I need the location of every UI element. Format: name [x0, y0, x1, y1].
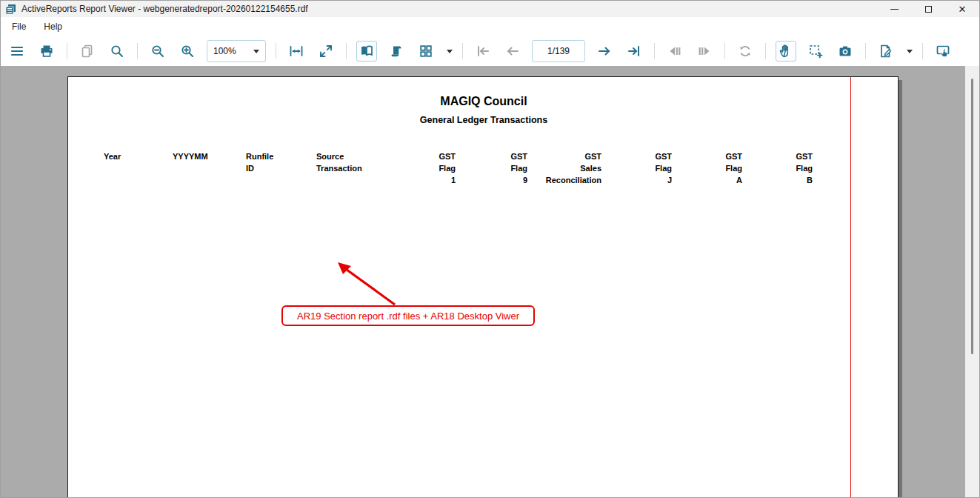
zoom-out-icon	[150, 44, 165, 59]
title-bar: ActiveReports Report Viewer - webgenerat…	[1, 1, 979, 17]
page-indicator: 1/139	[547, 46, 570, 56]
column-header-year: Year	[104, 150, 121, 162]
toolbar-separator	[462, 43, 463, 59]
fit-page-icon	[319, 44, 333, 59]
zoom-in-icon	[180, 44, 195, 59]
fit-page-button[interactable]	[316, 41, 336, 62]
vertical-scrollbar[interactable]	[965, 66, 979, 498]
toolbar-separator	[276, 43, 276, 59]
first-page-button[interactable]	[473, 41, 493, 62]
toolbar-separator	[67, 43, 67, 59]
minimize-button[interactable]	[877, 1, 911, 17]
hand-pan-icon	[779, 44, 793, 59]
toolbar: 100% 1/139	[1, 36, 979, 66]
single-page-view-button[interactable]	[356, 41, 377, 62]
toolbar-separator	[865, 43, 866, 59]
touch-mode-button[interactable]	[933, 41, 953, 62]
previous-view-icon	[667, 44, 682, 59]
toolbar-separator	[346, 43, 347, 59]
column-header-runfile-id: Runfile ID	[246, 150, 273, 174]
column-header-gst-sales-reconciliation: GST Sales Reconciliation	[520, 150, 601, 186]
last-page-icon	[627, 44, 641, 59]
next-view-icon	[697, 44, 712, 59]
report-page: MAGIQ Council General Ledger Transaction…	[67, 76, 899, 498]
close-icon: ✕	[959, 4, 967, 14]
zoom-level-value: 100%	[213, 46, 236, 56]
continuous-view-icon	[389, 44, 404, 59]
next-page-button[interactable]	[594, 41, 615, 62]
single-page-view-icon	[359, 44, 374, 59]
fit-width-icon	[289, 44, 304, 59]
zoom-level-select[interactable]: 100%	[207, 40, 266, 62]
document-area: MAGIQ Council General Ledger Transaction…	[1, 66, 979, 498]
next-page-icon	[597, 44, 612, 59]
column-header-gst-flag-j: GST Flag J	[605, 150, 672, 186]
previous-page-button[interactable]	[502, 41, 523, 62]
maximize-button[interactable]	[911, 1, 945, 17]
page-number-input[interactable]: 1/139	[532, 40, 585, 62]
column-header-gst-flag-9: GST Flag 9	[461, 150, 527, 186]
annotation-arrow	[68, 77, 439, 314]
first-page-icon	[476, 44, 490, 59]
annotations-dropdown-caret-icon[interactable]	[907, 50, 913, 53]
menu-help[interactable]: Help	[44, 21, 62, 32]
maximize-icon	[925, 6, 932, 13]
app-window: ActiveReports Report Viewer - webgenerat…	[0, 0, 980, 498]
continuous-view-button[interactable]	[386, 41, 407, 62]
menu-bar: File Help	[1, 17, 979, 36]
refresh-icon	[738, 44, 753, 59]
selection-tool-icon	[808, 44, 823, 59]
annotation-callout: AR19 Section report .rdf files + AR18 De…	[281, 305, 535, 326]
annotations-button[interactable]	[876, 41, 896, 62]
print-button[interactable]	[36, 41, 57, 62]
pan-tool-button[interactable]	[776, 41, 796, 62]
column-header-source-transaction: Source Transaction	[316, 150, 362, 174]
fit-width-button[interactable]	[286, 41, 307, 62]
previous-view-button[interactable]	[664, 41, 685, 62]
window-title: ActiveReports Report Viewer - webgenerat…	[21, 4, 308, 14]
zoom-out-button[interactable]	[147, 41, 168, 62]
report-subtitle: General Ledger Transactions	[68, 115, 899, 125]
menu-file[interactable]: File	[12, 21, 26, 32]
next-view-button[interactable]	[694, 41, 715, 62]
chevron-down-icon	[253, 50, 259, 53]
hamburger-menu-icon	[10, 44, 24, 59]
refresh-button[interactable]	[735, 41, 756, 62]
multipage-view-button[interactable]	[416, 41, 436, 62]
app-icon	[5, 4, 16, 15]
printer-icon	[39, 44, 54, 59]
toolbar-separator	[654, 43, 655, 59]
annotation-text: AR19 Section report .rdf files + AR18 De…	[297, 311, 519, 322]
sidebar-toggle-button[interactable]	[7, 41, 27, 62]
scrollbar-thumb[interactable]	[971, 79, 973, 354]
toolbar-separator	[724, 43, 725, 59]
touch-mode-icon	[936, 44, 950, 59]
column-header-yyyymm: YYYYMM	[173, 150, 208, 162]
close-button[interactable]: ✕	[945, 1, 979, 17]
camera-icon	[838, 44, 853, 59]
toolbar-separator	[765, 43, 766, 59]
toolbar-separator	[137, 43, 138, 59]
copy-button[interactable]	[77, 41, 98, 62]
column-header-gst-flag-a: GST Flag A	[676, 150, 742, 186]
selection-tool-button[interactable]	[805, 41, 826, 62]
minimize-icon	[890, 9, 899, 10]
column-header-gst-flag-1: GST Flag 1	[389, 150, 456, 186]
toolbar-separator	[922, 43, 923, 59]
page-margin-red-line	[850, 77, 851, 498]
copy-icon	[80, 44, 95, 59]
column-header-gst-flag-b: GST Flag B	[746, 150, 813, 186]
multipage-view-icon	[419, 44, 433, 59]
page-edit-icon	[879, 44, 893, 59]
multipage-dropdown-caret-icon[interactable]	[447, 50, 453, 53]
previous-page-icon	[505, 44, 520, 59]
report-title: MAGIQ Council	[68, 95, 899, 108]
zoom-in-button[interactable]	[177, 41, 198, 62]
last-page-button[interactable]	[624, 41, 644, 62]
search-icon	[110, 44, 124, 59]
snapshot-button[interactable]	[835, 41, 856, 62]
search-button[interactable]	[107, 41, 127, 62]
